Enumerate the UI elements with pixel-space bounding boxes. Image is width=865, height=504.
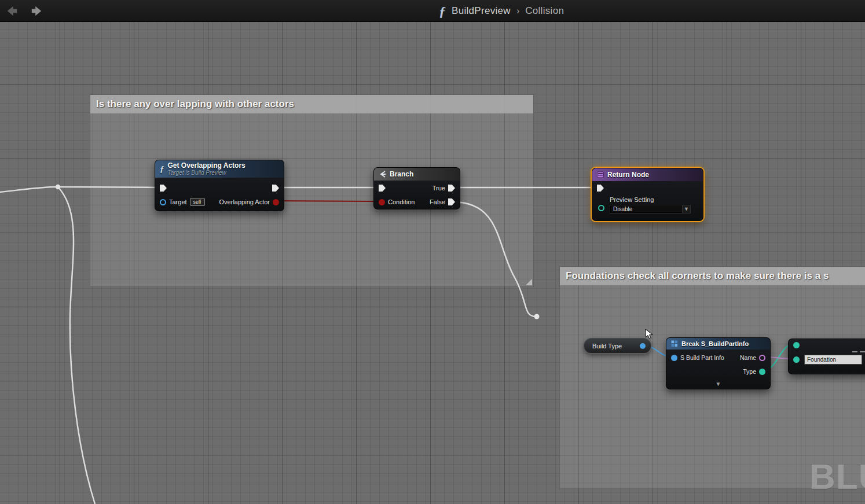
forward-button[interactable] [29, 4, 44, 18]
blueprint-editor: Is there any over lapping with other act… [0, 0, 865, 504]
type-pin-label: Type [743, 368, 756, 375]
exec-in-pin[interactable] [160, 185, 167, 192]
forward-arrow-icon [30, 5, 43, 17]
exec-out-pin[interactable] [272, 185, 279, 192]
variable-label: Build Type [592, 343, 622, 350]
overlapping-actor-label: Overlapping Actor [219, 198, 270, 205]
dropdown-value: Disable [613, 206, 632, 212]
foundation-input[interactable]: Foundation [804, 355, 862, 365]
input-pin-a[interactable] [793, 342, 800, 348]
mouse-cursor [645, 329, 654, 340]
exec-in-pin[interactable] [597, 185, 604, 192]
preview-setting-label: Preview Setting [610, 196, 654, 203]
struct-input-pin[interactable] [671, 355, 677, 361]
node-header[interactable]: Branch [374, 168, 460, 181]
blueprint-watermark: BLU [809, 456, 865, 497]
collapse-chevron-icon[interactable]: ▼ [716, 381, 721, 387]
chevron-right-icon: › [516, 6, 519, 16]
back-button[interactable] [5, 4, 20, 18]
breadcrumb: ƒ BuildPreview › Collision [439, 0, 564, 22]
target-pin[interactable] [160, 199, 166, 205]
struct-input-label: S Build Part Info [680, 354, 724, 361]
condition-pin-label: Condition [388, 198, 415, 205]
struct-icon [671, 340, 678, 347]
function-icon: ƒ [439, 3, 446, 19]
node-header[interactable]: Return Node [592, 168, 703, 181]
breadcrumb-item-collision[interactable]: Collision [525, 5, 564, 17]
name-output-pin[interactable] [759, 355, 765, 361]
back-arrow-icon [6, 5, 19, 17]
target-pin-label: Target [169, 198, 187, 205]
branch-icon [379, 171, 386, 178]
node-subtitle: Target is Build Preview [168, 170, 245, 176]
node-title: Branch [390, 171, 413, 178]
true-exec-pin[interactable] [448, 185, 455, 192]
name-pin-label: Name [740, 354, 756, 361]
function-icon: ƒ [160, 164, 164, 174]
return-node-icon [597, 171, 604, 178]
node-title: Get Overlapping Actors [168, 162, 245, 170]
build-type-output-pin[interactable] [640, 343, 646, 349]
comment-title[interactable]: Foundations check all cornerts to make s… [560, 267, 865, 285]
comment-title[interactable]: Is there any over lapping with other act… [90, 95, 533, 113]
node-partial-right[interactable]: Foundation [788, 339, 865, 374]
node-build-type-variable[interactable]: Build Type [584, 338, 651, 354]
input-pin-b[interactable] [793, 356, 800, 363]
top-navigation-bar: ƒ BuildPreview › Collision [0, 0, 865, 22]
node-title: Return Node [607, 171, 649, 179]
node-header[interactable]: Break S_BuildPartInfo [666, 338, 770, 350]
preview-setting-pin[interactable] [598, 205, 604, 211]
true-pin-label: True [432, 185, 445, 192]
condition-pin[interactable] [379, 199, 385, 205]
node-return[interactable]: Return Node Preview Setting Disable ▼ [592, 168, 703, 221]
node-get-overlapping-actors[interactable]: ƒ Get Overlapping Actors Target is Build… [155, 160, 284, 211]
comment-resize-handle[interactable] [526, 279, 532, 285]
type-output-pin[interactable] [759, 369, 765, 375]
dropdown-arrow-icon[interactable]: ▼ [682, 205, 690, 213]
dash-icon [860, 351, 865, 352]
node-title: Break S_BuildPartInfo [681, 340, 749, 348]
breadcrumb-item-buildpreview[interactable]: BuildPreview [452, 5, 511, 17]
false-pin-label: False [430, 198, 445, 205]
node-break-struct[interactable]: Break S_BuildPartInfo S Build Part Info … [666, 337, 771, 389]
node-branch[interactable]: Branch True Condition False [373, 167, 460, 209]
self-chip[interactable]: self [190, 198, 205, 206]
false-exec-pin[interactable] [448, 198, 455, 205]
overlapping-actor-pin[interactable] [273, 199, 279, 205]
node-header[interactable]: ƒ Get Overlapping Actors Target is Build… [155, 160, 284, 178]
dash-icon [852, 351, 857, 352]
exec-in-pin[interactable] [379, 185, 386, 192]
preview-setting-dropdown[interactable]: Disable ▼ [610, 205, 691, 214]
